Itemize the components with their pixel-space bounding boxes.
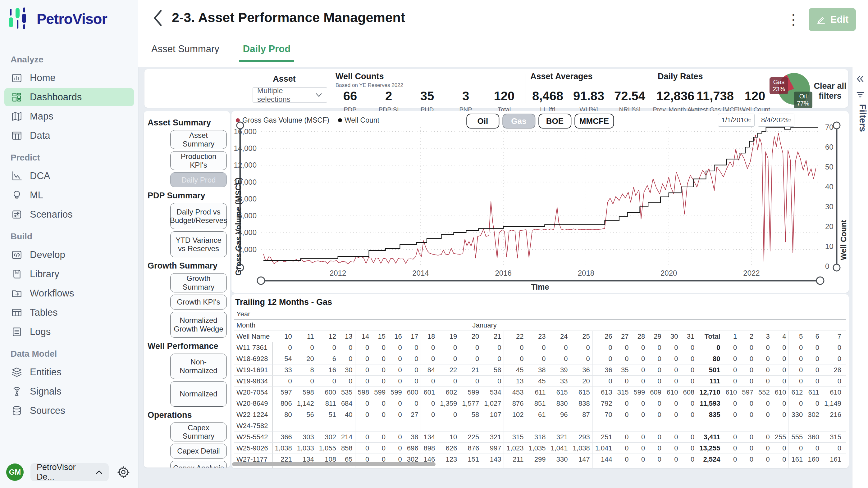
day-cell: 0 [772,398,789,409]
day-cell: 0 [805,364,822,376]
day-cell: 102 [504,409,526,420]
day-cell: 0 [664,342,680,353]
day-cell: 58 [460,409,482,420]
filters-panel-label[interactable]: Filters [852,104,868,132]
day-cell: 214 [339,431,355,443]
avatar[interactable]: GM [6,463,24,481]
section-label-predict: Predict [10,153,138,163]
horizontal-scrollbar[interactable] [232,462,436,466]
asset-dropdown[interactable]: Multiple selections [253,87,327,103]
day-cell: 0 [355,409,372,420]
sidebar-item-workflows[interactable]: Workflows [4,284,134,302]
stat-pdp-si: 2PDP SI [369,89,408,113]
panel-button-capex-detail[interactable]: Capex Detail [170,444,227,458]
well-name-cell: W20-8649 [234,398,272,409]
panel-button-capex-summary[interactable]: Capex Summary [170,423,227,442]
day-cell: 0 [723,342,739,353]
day-cell: 161 [822,454,844,465]
table-row-w11-7361[interactable]: W11-736100000000000000000000000000000000… [234,342,846,353]
right-axis-title: Well Count [839,158,848,260]
day-cell: 0 [437,409,460,420]
sidebar-item-tables[interactable]: Tables [4,303,134,322]
sidebar-item-logs[interactable]: Logs [4,323,134,341]
panel-button-capex-analysis[interactable]: Capex Analysis [170,461,227,467]
petrovisor-app: PetroVisor AnalyzeHomeDashboardsMapsData… [0,0,868,488]
user-row: GM PetroVisor De... [0,463,138,481]
panel-button-daily-prod[interactable]: Daily Prod [170,172,227,187]
expand-filters-icon[interactable] [852,75,868,83]
stat-value: 35 [420,89,434,103]
table-scroll-area[interactable]: YearMonthJanuaryWell Name101112131415161… [234,308,846,468]
tab-daily-prod[interactable]: Daily Prod [239,43,294,62]
back-button[interactable] [152,9,164,28]
day-col-header: 31 [681,331,697,342]
panel-button-normalized[interactable]: Normalized [170,381,227,407]
sidebar-item-dca[interactable]: DCA [4,167,134,185]
day-cell: 0 [631,454,647,465]
stat-value: 3 [462,89,469,103]
tab-asset-summary[interactable]: Asset Summary [148,43,223,62]
day-cell: 0 [739,353,756,364]
table-row-w22-1224[interactable]: W22-122480565140000270058107102619687700… [234,409,846,420]
sidebar-item-scenarios[interactable]: Scenarios [4,205,134,224]
day-col-header: 3 [756,331,772,342]
panel-button-production-kpi-s[interactable]: Production KPI's [170,151,227,170]
day-cell: 0 [844,443,846,454]
day-cell: 0 [631,465,647,468]
panel-button-non-normalized[interactable]: Non-Normalized [170,354,227,379]
sidebar-item-label: Scenarios [30,209,73,220]
sidebar-item-entities[interactable]: Entities [4,363,134,381]
panel-button-ytd-variance-vs-reserves[interactable]: YTD Variance vs Reserves [170,231,227,257]
clear-all-filters-button[interactable]: Clear all filters [813,81,847,101]
day-cell: 299 [526,454,548,465]
sidebar-item-signals[interactable]: Signals [4,383,134,400]
sidebar-item-maps[interactable]: Maps [4,107,134,125]
filter-sliders-icon[interactable] [852,91,868,98]
sidebar-item-ml[interactable]: ML [4,186,134,204]
day-cell [723,420,739,431]
panel-button-asset-summary[interactable]: Asset Summary [170,130,227,149]
page-title: 2-3. Asset Performance Management [172,10,405,25]
table-row-w20-7054[interactable]: W20-705459759860053559859959960060160259… [234,387,846,398]
edit-button[interactable]: Edit [809,8,856,31]
filters-panel-collapsed: Filters [852,67,868,488]
table-row-w19-9834[interactable]: W19-983400000000000013453320000000111000… [234,376,846,387]
day-cell: 0 [756,376,772,387]
day-col-header: 8 [844,331,846,342]
sidebar-item-develop[interactable]: Develop [4,246,134,264]
day-cell: 0 [739,376,756,387]
production-chart-card: Gross Gas Volume (MSCF)Well Count OilGas… [231,111,849,293]
day-cell: 615 [548,387,570,398]
table-row-w24-7582[interactable]: W24-7582 [234,420,846,431]
day-cell: 0 [339,353,355,364]
day-cell: 0 [615,465,631,468]
day-cell [844,420,846,431]
day-cell: 0 [631,431,647,443]
table-row-w25-9026[interactable]: W25-90261,0381,0331,05585800069689862687… [234,443,846,454]
panel-button-growth-kpi-s[interactable]: Growth KPI's [170,295,227,310]
sidebar-item-library[interactable]: Library [4,265,134,283]
total-cell: 0 [697,465,723,468]
day-cell: 0 [664,364,680,376]
panel-button-normalized-growth-wedge[interactable]: Normalized Growth Wedge [170,312,227,338]
panel-button-growth-summary[interactable]: Growth Summary [170,273,227,292]
sidebar-item-sources[interactable]: Sources [4,402,134,420]
sidebar-item-label: Entities [30,367,62,378]
sidebar-item-data[interactable]: Data [4,127,134,145]
stat-pdp: 66PDP [331,89,369,113]
table-row-w25-5542[interactable]: W25-554236630330221400038134102253213153… [234,431,846,443]
workspace-selector[interactable]: PetroVisor De... [30,463,109,481]
sidebar-item-dashboards[interactable]: Dashboards [4,88,134,106]
day-cell: 225 [460,431,482,443]
table-row-w18-6928[interactable]: W18-692854206000000000000000000080000000… [234,353,846,364]
gear-icon[interactable] [117,466,130,479]
table-row-w20-8649[interactable]: W20-86498061,142811684000001,3591,5771,0… [234,398,846,409]
production-time-series-chart[interactable]: 2,0004,0006,0008,00010,00012,00014,00016… [231,111,849,293]
day-cell: 54 [844,364,846,376]
panel-button-daily-prod-vs-budget-reserves[interactable]: Daily Prod vs Budget/Reserves [170,203,227,229]
day-cell: 0 [739,454,756,465]
sidebar-item-home[interactable]: Home [4,69,134,87]
table-row-w19-1691[interactable]: W19-169133816300000842221584538393636350… [234,364,846,376]
day-col-header: 22 [504,331,526,342]
kebab-menu-icon[interactable]: ⋮ [786,11,801,28]
